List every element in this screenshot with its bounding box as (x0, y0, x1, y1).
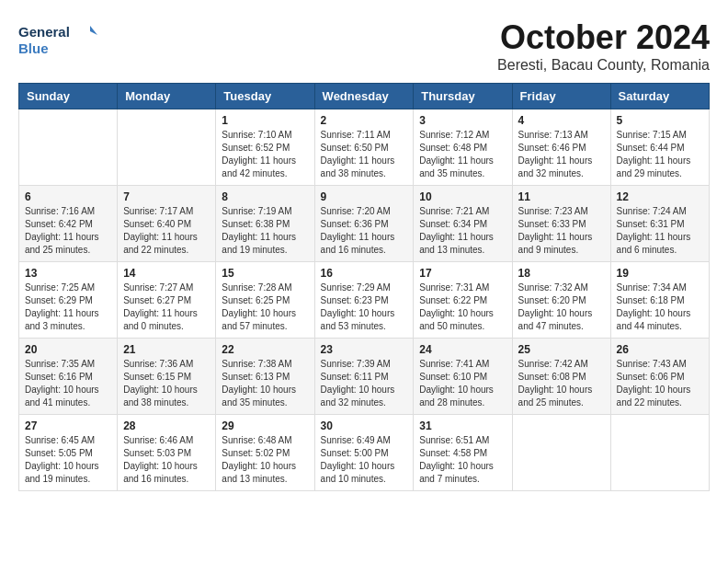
week-row-2: 6Sunrise: 7:16 AM Sunset: 6:42 PM Daylig… (19, 186, 710, 262)
day-number: 25 (518, 343, 605, 356)
day-cell: 17Sunrise: 7:31 AM Sunset: 6:22 PM Dayli… (414, 262, 512, 339)
day-cell: 26Sunrise: 7:43 AM Sunset: 6:06 PM Dayli… (610, 339, 709, 415)
day-number: 28 (123, 419, 210, 432)
week-row-1: 1Sunrise: 7:10 AM Sunset: 6:52 PM Daylig… (19, 109, 710, 186)
day-number: 20 (25, 343, 111, 356)
day-cell: 19Sunrise: 7:34 AM Sunset: 6:18 PM Dayli… (610, 262, 709, 339)
day-cell: 30Sunrise: 6:49 AM Sunset: 5:00 PM Dayli… (314, 415, 414, 491)
day-cell (610, 415, 709, 491)
day-cell: 27Sunrise: 6:45 AM Sunset: 5:05 PM Dayli… (19, 415, 118, 491)
day-number: 21 (123, 343, 210, 356)
day-number: 2 (321, 114, 408, 127)
day-cell: 12Sunrise: 7:24 AM Sunset: 6:31 PM Dayli… (610, 186, 709, 262)
day-cell: 28Sunrise: 6:46 AM Sunset: 5:03 PM Dayli… (118, 415, 216, 491)
day-info: Sunrise: 7:28 AM Sunset: 6:25 PM Dayligh… (222, 282, 308, 333)
day-info: Sunrise: 7:32 AM Sunset: 6:20 PM Dayligh… (518, 282, 605, 333)
day-cell: 7Sunrise: 7:17 AM Sunset: 6:40 PM Daylig… (118, 186, 216, 262)
svg-text:General: General (18, 24, 70, 40)
day-cell: 1Sunrise: 7:10 AM Sunset: 6:52 PM Daylig… (216, 109, 314, 186)
day-cell: 21Sunrise: 7:36 AM Sunset: 6:15 PM Dayli… (118, 339, 216, 415)
day-cell: 2Sunrise: 7:11 AM Sunset: 6:50 PM Daylig… (314, 109, 414, 186)
day-number: 15 (222, 267, 308, 280)
day-cell: 31Sunrise: 6:51 AM Sunset: 4:58 PM Dayli… (414, 415, 512, 491)
day-cell: 25Sunrise: 7:42 AM Sunset: 6:08 PM Dayli… (512, 339, 610, 415)
day-info: Sunrise: 7:38 AM Sunset: 6:13 PM Dayligh… (222, 358, 308, 409)
day-info: Sunrise: 7:35 AM Sunset: 6:16 PM Dayligh… (25, 358, 111, 409)
day-number: 22 (222, 343, 308, 356)
day-info: Sunrise: 7:23 AM Sunset: 6:33 PM Dayligh… (518, 205, 605, 257)
day-cell: 23Sunrise: 7:39 AM Sunset: 6:11 PM Dayli… (314, 339, 414, 415)
day-info: Sunrise: 7:20 AM Sunset: 6:36 PM Dayligh… (321, 205, 408, 257)
day-info: Sunrise: 7:25 AM Sunset: 6:29 PM Dayligh… (25, 282, 111, 333)
day-number: 14 (123, 267, 210, 280)
day-number: 10 (419, 190, 506, 203)
day-number: 23 (321, 343, 408, 356)
day-number: 11 (518, 190, 605, 203)
day-number: 19 (617, 267, 703, 280)
week-row-5: 27Sunrise: 6:45 AM Sunset: 5:05 PM Dayli… (19, 415, 710, 491)
day-cell: 11Sunrise: 7:23 AM Sunset: 6:33 PM Dayli… (512, 186, 610, 262)
weekday-header-friday: Friday (512, 84, 610, 109)
day-cell (19, 109, 118, 186)
day-number: 29 (222, 419, 308, 432)
day-info: Sunrise: 7:29 AM Sunset: 6:23 PM Dayligh… (321, 282, 408, 333)
svg-marker-2 (90, 26, 97, 35)
day-info: Sunrise: 7:11 AM Sunset: 6:50 PM Dayligh… (321, 129, 408, 180)
day-number: 13 (25, 267, 111, 280)
day-info: Sunrise: 6:46 AM Sunset: 5:03 PM Dayligh… (123, 434, 210, 486)
day-info: Sunrise: 7:17 AM Sunset: 6:40 PM Dayligh… (123, 205, 210, 257)
day-cell: 3Sunrise: 7:12 AM Sunset: 6:48 PM Daylig… (414, 109, 512, 186)
day-info: Sunrise: 7:15 AM Sunset: 6:44 PM Dayligh… (617, 129, 703, 180)
day-number: 8 (222, 190, 308, 203)
weekday-header-monday: Monday (118, 84, 216, 109)
title-area: October 2024 Beresti, Bacau County, Roma… (497, 18, 710, 74)
day-cell: 29Sunrise: 6:48 AM Sunset: 5:02 PM Dayli… (216, 415, 314, 491)
day-cell: 15Sunrise: 7:28 AM Sunset: 6:25 PM Dayli… (216, 262, 314, 339)
day-info: Sunrise: 7:12 AM Sunset: 6:48 PM Dayligh… (419, 129, 506, 180)
day-cell: 10Sunrise: 7:21 AM Sunset: 6:34 PM Dayli… (414, 186, 512, 262)
day-info: Sunrise: 7:41 AM Sunset: 6:10 PM Dayligh… (419, 358, 506, 409)
weekday-header-wednesday: Wednesday (314, 84, 414, 109)
day-number: 6 (25, 190, 111, 203)
day-info: Sunrise: 7:42 AM Sunset: 6:08 PM Dayligh… (518, 358, 605, 409)
day-cell: 22Sunrise: 7:38 AM Sunset: 6:13 PM Dayli… (216, 339, 314, 415)
day-cell (118, 109, 216, 186)
day-number: 1 (222, 114, 308, 127)
day-number: 4 (518, 114, 605, 127)
location: Beresti, Bacau County, Romania (497, 57, 710, 74)
day-cell: 5Sunrise: 7:15 AM Sunset: 6:44 PM Daylig… (610, 109, 709, 186)
day-info: Sunrise: 7:39 AM Sunset: 6:11 PM Dayligh… (321, 358, 408, 409)
day-info: Sunrise: 6:49 AM Sunset: 5:00 PM Dayligh… (321, 434, 408, 486)
calendar: SundayMondayTuesdayWednesdayThursdayFrid… (18, 83, 710, 491)
day-number: 31 (419, 419, 506, 432)
day-info: Sunrise: 7:16 AM Sunset: 6:42 PM Dayligh… (25, 205, 111, 257)
day-cell: 24Sunrise: 7:41 AM Sunset: 6:10 PM Dayli… (414, 339, 512, 415)
day-info: Sunrise: 7:13 AM Sunset: 6:46 PM Dayligh… (518, 129, 605, 180)
day-info: Sunrise: 7:24 AM Sunset: 6:31 PM Dayligh… (617, 205, 703, 257)
day-cell: 14Sunrise: 7:27 AM Sunset: 6:27 PM Dayli… (118, 262, 216, 339)
day-info: Sunrise: 7:21 AM Sunset: 6:34 PM Dayligh… (419, 205, 506, 257)
svg-text:Blue: Blue (18, 40, 49, 56)
day-info: Sunrise: 7:19 AM Sunset: 6:38 PM Dayligh… (222, 205, 308, 257)
day-cell: 8Sunrise: 7:19 AM Sunset: 6:38 PM Daylig… (216, 186, 314, 262)
day-number: 17 (419, 267, 506, 280)
day-cell: 13Sunrise: 7:25 AM Sunset: 6:29 PM Dayli… (19, 262, 118, 339)
weekday-header-thursday: Thursday (414, 84, 512, 109)
day-number: 3 (419, 114, 506, 127)
day-cell: 4Sunrise: 7:13 AM Sunset: 6:46 PM Daylig… (512, 109, 610, 186)
day-number: 24 (419, 343, 506, 356)
day-cell (512, 415, 610, 491)
day-info: Sunrise: 7:31 AM Sunset: 6:22 PM Dayligh… (419, 282, 506, 333)
day-number: 7 (123, 190, 210, 203)
weekday-header-saturday: Saturday (610, 84, 709, 109)
day-number: 26 (617, 343, 703, 356)
day-cell: 18Sunrise: 7:32 AM Sunset: 6:20 PM Dayli… (512, 262, 610, 339)
day-info: Sunrise: 7:43 AM Sunset: 6:06 PM Dayligh… (617, 358, 703, 409)
weekday-header-sunday: Sunday (19, 84, 118, 109)
week-row-3: 13Sunrise: 7:25 AM Sunset: 6:29 PM Dayli… (19, 262, 710, 339)
week-row-4: 20Sunrise: 7:35 AM Sunset: 6:16 PM Dayli… (19, 339, 710, 415)
day-info: Sunrise: 6:45 AM Sunset: 5:05 PM Dayligh… (25, 434, 111, 486)
day-info: Sunrise: 6:48 AM Sunset: 5:02 PM Dayligh… (222, 434, 308, 486)
day-cell: 9Sunrise: 7:20 AM Sunset: 6:36 PM Daylig… (314, 186, 414, 262)
day-cell: 16Sunrise: 7:29 AM Sunset: 6:23 PM Dayli… (314, 262, 414, 339)
